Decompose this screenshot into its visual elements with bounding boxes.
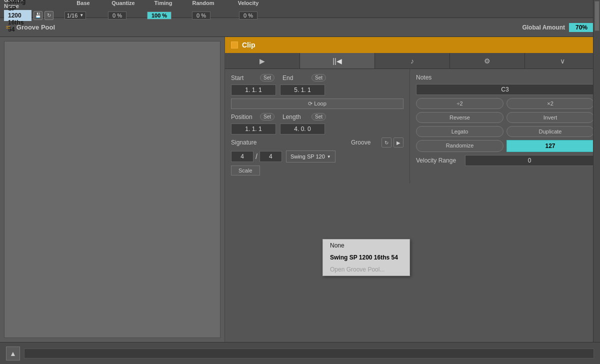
save-icon[interactable]: 💾 — [34, 11, 42, 20]
groove-dropdown-arrow: ▼ — [327, 154, 331, 159]
reverse-invert-row: Reverse Invert — [416, 112, 594, 123]
duplicate-button[interactable]: Duplicate — [506, 126, 594, 137]
base-select[interactable]: 1/16 ▼ — [64, 12, 86, 20]
groove-pool-label: Groove Pool — [16, 24, 518, 31]
velocity-range-label: Velocity Range — [416, 157, 461, 164]
mul2-button[interactable]: ×2 — [506, 98, 594, 109]
groove-dropdown-button[interactable]: Swing SP 120 ▼ — [286, 150, 336, 162]
scale-button[interactable]: Scale — [231, 166, 260, 176]
left-content-area — [4, 41, 220, 338]
start-label: Start — [231, 74, 256, 82]
velocity-label: Velocity — [224, 0, 274, 6]
clip-panel: Clip ▶ ||◀ ♪ ⚙ ∨ Start Set End Set 1. — [225, 37, 600, 342]
right-scrollbar[interactable] — [593, 0, 600, 342]
clip-color-icon[interactable] — [231, 42, 238, 48]
clip-header: Clip — [225, 37, 600, 53]
velocity-range-value[interactable]: 0 — [465, 155, 594, 166]
groove-commit-icon[interactable]: ▶ — [394, 138, 404, 148]
length-value[interactable]: 4. 0. 0 — [280, 124, 325, 134]
random-value[interactable]: 0 % — [192, 12, 210, 20]
groove-sync-icon[interactable]: ↻ — [382, 138, 392, 148]
bottom-progress-bar[interactable] — [24, 348, 594, 358]
groove-icons: ↻ ▶ — [382, 138, 404, 148]
randomize-row: Randomize 127 — [416, 140, 594, 152]
end-value[interactable]: 5. 1. 1 — [280, 84, 325, 96]
tab-midi[interactable]: ||◀ — [300, 53, 375, 68]
dropdown-item-swing[interactable]: Swing SP 1200 16ths 54 — [323, 252, 410, 264]
div-mul-row: ÷2 ×2 — [416, 98, 594, 109]
signature-inputs: 4 / 4 — [231, 151, 282, 162]
clip-tabs: ▶ ||◀ ♪ ⚙ ∨ — [225, 53, 600, 69]
position-length-values-row: 1. 1. 1 4. 0. 0 — [231, 124, 404, 134]
loop-button[interactable]: ⟳ Loop — [231, 98, 404, 109]
notes-label: Notes — [416, 74, 594, 81]
legato-button[interactable]: Legato — [416, 126, 504, 137]
quantize-label: Quantize — [104, 0, 144, 6]
signature-groove-row: Signature Groove ↻ ▶ — [231, 138, 404, 148]
global-amount-value[interactable]: 70% — [569, 23, 594, 32]
sig-groove-value-row: 4 / 4 Swing SP 120 ▼ — [231, 150, 404, 162]
velocity-header-value[interactable]: 0 % — [239, 12, 258, 20]
tab-notes[interactable]: ♪ — [375, 53, 450, 68]
groove-label: Groove — [351, 139, 378, 146]
quantize-value[interactable]: 0 % — [108, 12, 126, 20]
wave-icon: ≈ — [6, 23, 10, 32]
notes-value[interactable]: C3 — [416, 84, 594, 95]
start-value[interactable]: 1. 1. 1 — [231, 84, 276, 96]
groove-name-section: Groove Name Base Quantize Timing Random … — [4, 0, 274, 21]
length-set-button[interactable]: Set — [312, 113, 326, 120]
groove-pool-bar: ≈ Groove Pool Global Amount 70% — [0, 18, 600, 37]
scrollbar-thumb[interactable] — [594, 1, 600, 31]
global-amount-label: Global Amount — [522, 24, 565, 31]
clip-body: Start Set End Set 1. 1. 1 5. 1. 1 ⟳ Loop… — [225, 69, 600, 184]
tab-play[interactable]: ▶ — [225, 53, 300, 68]
groove-dropdown-value: Swing SP 120 — [290, 154, 325, 160]
dropdown-item-open-pool: Open Groove Pool... — [323, 264, 410, 276]
timing-value[interactable]: 100 % — [147, 12, 172, 20]
scale-row: Scale — [231, 166, 404, 176]
position-label: Position — [231, 114, 256, 120]
sig-numerator[interactable]: 4 — [231, 151, 254, 162]
clip-title: Clip — [242, 41, 255, 49]
base-label: Base — [64, 0, 104, 6]
bottom-bar: ▲ — [0, 342, 600, 364]
dropdown-item-none[interactable]: None — [323, 240, 410, 252]
start-end-values-row: 1. 1. 1 5. 1. 1 — [231, 84, 404, 96]
timing-label: Timing — [144, 0, 184, 6]
start-end-row: Start Set End Set — [231, 74, 404, 82]
groove-name-value[interactable]: Swing SP 1200 16ths 54 — [4, 10, 32, 21]
clip-left-section: Start Set End Set 1. 1. 1 5. 1. 1 ⟳ Loop… — [225, 69, 410, 184]
div2-button[interactable]: ÷2 — [416, 98, 504, 109]
end-label: End — [282, 74, 308, 82]
random-label: Random — [184, 0, 224, 6]
start-set-button[interactable]: Set — [260, 74, 274, 82]
position-set-button[interactable]: Set — [260, 113, 274, 120]
signature-label: Signature — [231, 139, 266, 146]
clip-right-section: Notes C3 ÷2 ×2 Reverse Invert Legato Dup… — [410, 69, 600, 184]
header-bar: Groove Name Base Quantize Timing Random … — [0, 0, 600, 18]
velocity-range-row: Velocity Range 0 — [416, 155, 594, 166]
sig-denominator[interactable]: 4 — [260, 151, 282, 162]
length-label: Length — [282, 114, 308, 120]
base-value: 1/16 — [67, 12, 78, 18]
triangle-button[interactable]: ▲ — [6, 346, 20, 360]
base-dropdown-arrow: ▼ — [80, 13, 84, 18]
end-set-button[interactable]: Set — [312, 74, 326, 82]
randomize-button[interactable]: Randomize — [416, 140, 504, 152]
position-length-row: Position Set Length Set — [231, 113, 404, 120]
position-value[interactable]: 1. 1. 1 — [231, 124, 276, 134]
sig-divider: / — [256, 152, 258, 160]
left-panel — [0, 37, 225, 342]
tab-envelope[interactable]: ⚙ — [450, 53, 525, 68]
legato-duplicate-row: Legato Duplicate — [416, 126, 594, 137]
triangle-icon: ▲ — [10, 350, 16, 358]
main-area: Clip ▶ ||◀ ♪ ⚙ ∨ Start Set End Set 1. — [0, 37, 600, 342]
invert-button[interactable]: Invert — [506, 112, 594, 123]
refresh-icon[interactable]: ↻ — [44, 11, 54, 20]
tab-more[interactable]: ∨ — [525, 53, 600, 68]
reverse-button[interactable]: Reverse — [416, 112, 504, 123]
randomize-value[interactable]: 127 — [506, 140, 594, 152]
groove-dropdown-menu: None Swing SP 1200 16ths 54 Open Groove … — [322, 239, 410, 276]
